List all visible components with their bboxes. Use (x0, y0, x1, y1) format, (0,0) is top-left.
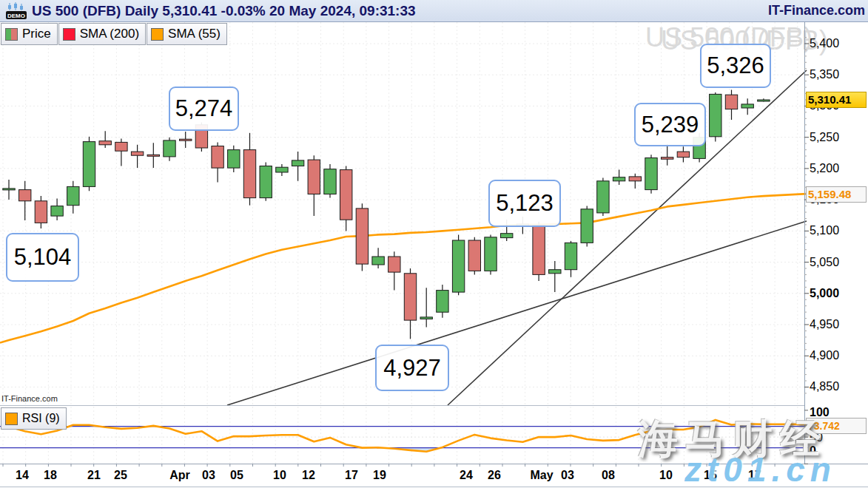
candle-body (452, 240, 464, 292)
candle-body (629, 177, 641, 181)
price-tick-label: 5,100 (810, 224, 866, 237)
candle-body (372, 257, 384, 265)
price-tick-label: 5,200 (810, 162, 866, 175)
candle-body (212, 146, 223, 169)
legend-price-chip[interactable]: Price (1, 23, 58, 45)
candle-body (115, 142, 127, 151)
price-tick-label: 5,400 (810, 37, 866, 50)
x-axis-label: 10 (650, 469, 682, 482)
legend-sma55-label: SMA (55) (168, 27, 221, 41)
rsi-swatch-icon (5, 413, 18, 425)
candle-body (420, 317, 432, 319)
candle-body (147, 155, 159, 156)
price-callout[interactable]: 5,239 (634, 103, 706, 146)
legend-sma55-chip[interactable]: SMA (55) (147, 23, 227, 45)
price-tick-label: 5,000 (810, 287, 866, 300)
trend-line[interactable] (227, 221, 807, 405)
candle-body (485, 237, 497, 271)
sma55-line[interactable] (0, 194, 807, 342)
candle-body (99, 141, 111, 145)
price-callout[interactable]: 5,326 (700, 44, 771, 88)
candle-body (725, 95, 737, 109)
sma200-swatch-icon (63, 28, 75, 41)
candle-body (437, 291, 448, 313)
legend-sma200-label: SMA (200) (80, 27, 139, 41)
x-axis-label: 25 (104, 469, 137, 482)
price-tick-label: 4,900 (810, 349, 866, 362)
candle-body (83, 142, 95, 187)
legend-sma200-chip[interactable]: SMA (200) (58, 23, 146, 45)
price-tick-label: 4,850 (810, 380, 866, 393)
legend-rsi-label: RSI (9) (22, 412, 60, 425)
price-callout[interactable]: 4,927 (375, 345, 449, 391)
x-axis-label: Apr (164, 469, 196, 482)
price-callout[interactable]: 5,274 (169, 87, 239, 131)
x-axis-label: 10 (263, 469, 296, 482)
candle-body (67, 186, 79, 205)
candle-body (388, 257, 400, 272)
last-price-tag: 5,310.41 (806, 92, 867, 108)
candle-body (645, 158, 657, 190)
candle-body (260, 166, 272, 198)
price-tick-label: 5,250 (810, 131, 866, 144)
chart-application: US 500 (DFB) DEMO US 500 (DFB) Daily 5,3… (0, 0, 868, 488)
candle-body (324, 169, 336, 194)
x-axis-label: 03 (551, 469, 584, 482)
price-callout[interactable]: 5,123 (488, 180, 561, 227)
legend-price-label: Price (22, 27, 51, 41)
candle-body (581, 209, 593, 243)
candle-body (3, 189, 15, 190)
chart-footer-brand: IT-Finance.com (1, 394, 58, 403)
candle-body (533, 226, 545, 275)
candle-body (164, 140, 175, 157)
price-tick-label: 5,350 (810, 68, 866, 81)
candle-body (51, 206, 63, 217)
candle-body (228, 150, 240, 169)
indicator-legend: Price SMA (200) SMA (55) (1, 23, 227, 45)
x-axis-label: 08 (592, 469, 625, 482)
candle-body (613, 177, 625, 181)
candle-body (741, 104, 753, 108)
candle-body (468, 240, 480, 271)
legend-rsi-chip[interactable]: RSI (9) (1, 407, 67, 430)
candle-body (597, 181, 609, 213)
candle-body (356, 209, 368, 264)
candle-body (180, 139, 192, 140)
x-axis-label: 26 (478, 469, 511, 482)
price-swatch-icon (5, 28, 18, 41)
candle-body (565, 243, 576, 269)
x-axis-label: 05 (221, 469, 253, 482)
sma55-swatch-icon (151, 28, 164, 41)
candle-body (19, 190, 31, 201)
sma55-value-tag: 5,159.48 (806, 186, 867, 203)
candle-body (340, 170, 352, 220)
candle-body (308, 160, 320, 194)
price-tick-label: 4,950 (810, 318, 866, 331)
candle-body (677, 152, 689, 157)
price-tick-label: 5,050 (810, 256, 866, 269)
candle-body (758, 100, 770, 101)
candle-body (35, 201, 47, 223)
candle-body (243, 150, 255, 198)
x-axis-label: 18 (34, 469, 67, 482)
x-axis-label: 19 (363, 469, 396, 482)
candle-body (501, 234, 513, 238)
candle-body (404, 274, 416, 320)
candle-body (549, 270, 561, 274)
candle-body (131, 152, 143, 155)
candle-body (710, 94, 721, 136)
candle-body (662, 157, 673, 160)
site-watermark-url: zt01.cn (684, 450, 836, 488)
candle-body (292, 160, 303, 166)
candle-body (276, 167, 288, 172)
x-axis-label: 12 (292, 469, 325, 482)
price-callout[interactable]: 5,104 (6, 233, 79, 282)
